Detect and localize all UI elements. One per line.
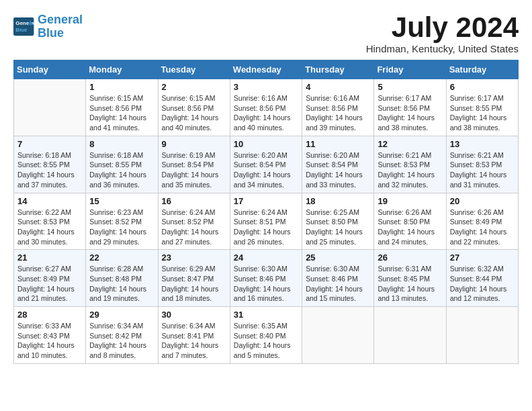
- day-info: Sunrise: 6:30 AMSunset: 8:46 PMDaylight:…: [306, 264, 370, 304]
- day-info: Sunrise: 6:31 AMSunset: 8:45 PMDaylight:…: [378, 264, 442, 304]
- calendar-day-cell: [446, 307, 518, 364]
- weekday-header: Friday: [374, 60, 446, 79]
- calendar-day-cell: 18Sunrise: 6:25 AMSunset: 8:50 PMDayligh…: [302, 193, 374, 250]
- calendar-day-cell: 10Sunrise: 6:20 AMSunset: 8:54 PMDayligh…: [230, 136, 302, 193]
- day-number: 23: [162, 253, 226, 263]
- day-number: 19: [378, 196, 442, 206]
- logo: General Blue General Blue: [13, 13, 83, 40]
- day-info: Sunrise: 6:30 AMSunset: 8:46 PMDaylight:…: [234, 264, 298, 304]
- day-number: 6: [450, 82, 515, 92]
- calendar-week-row: 21Sunrise: 6:27 AMSunset: 8:49 PMDayligh…: [14, 250, 519, 307]
- calendar-day-cell: 19Sunrise: 6:26 AMSunset: 8:50 PMDayligh…: [374, 193, 446, 250]
- calendar-day-cell: 1Sunrise: 6:15 AMSunset: 8:56 PMDaylight…: [86, 79, 158, 136]
- calendar-day-cell: 26Sunrise: 6:31 AMSunset: 8:45 PMDayligh…: [374, 250, 446, 307]
- day-number: 28: [17, 310, 82, 320]
- day-number: 24: [234, 253, 298, 263]
- weekday-header: Wednesday: [230, 60, 302, 79]
- weekday-header: Sunday: [14, 60, 86, 79]
- day-number: 7: [17, 139, 82, 149]
- day-info: Sunrise: 6:34 AMSunset: 8:42 PMDaylight:…: [89, 321, 154, 361]
- day-info: Sunrise: 6:19 AMSunset: 8:54 PMDaylight:…: [162, 150, 226, 190]
- day-number: 3: [234, 82, 298, 92]
- svg-text:Blue: Blue: [15, 27, 28, 33]
- calendar-day-cell: 27Sunrise: 6:32 AMSunset: 8:44 PMDayligh…: [446, 250, 518, 307]
- day-info: Sunrise: 6:21 AMSunset: 8:53 PMDaylight:…: [450, 150, 515, 190]
- calendar-day-cell: 25Sunrise: 6:30 AMSunset: 8:46 PMDayligh…: [302, 250, 374, 307]
- calendar-day-cell: 4Sunrise: 6:16 AMSunset: 8:56 PMDaylight…: [302, 79, 374, 136]
- day-info: Sunrise: 6:25 AMSunset: 8:50 PMDaylight:…: [306, 208, 370, 247]
- day-info: Sunrise: 6:34 AMSunset: 8:41 PMDaylight:…: [162, 321, 226, 361]
- calendar-day-cell: 31Sunrise: 6:35 AMSunset: 8:40 PMDayligh…: [230, 307, 302, 364]
- calendar-week-row: 7Sunrise: 6:18 AMSunset: 8:55 PMDaylight…: [14, 136, 519, 193]
- day-number: 25: [306, 253, 370, 263]
- day-number: 4: [306, 82, 370, 92]
- day-number: 13: [450, 139, 515, 149]
- calendar-day-cell: 15Sunrise: 6:23 AMSunset: 8:52 PMDayligh…: [86, 193, 158, 250]
- day-info: Sunrise: 6:26 AMSunset: 8:50 PMDaylight:…: [378, 208, 442, 247]
- day-number: 31: [234, 310, 298, 320]
- weekday-header: Tuesday: [158, 60, 230, 79]
- calendar-day-cell: [14, 79, 86, 136]
- day-info: Sunrise: 6:29 AMSunset: 8:47 PMDaylight:…: [162, 264, 226, 304]
- calendar-day-cell: 28Sunrise: 6:33 AMSunset: 8:43 PMDayligh…: [14, 307, 86, 364]
- day-number: 14: [17, 196, 82, 206]
- day-number: 1: [89, 82, 154, 92]
- day-number: 8: [89, 139, 154, 149]
- calendar-day-cell: 6Sunrise: 6:17 AMSunset: 8:55 PMDaylight…: [446, 79, 518, 136]
- day-info: Sunrise: 6:22 AMSunset: 8:53 PMDaylight:…: [17, 208, 82, 247]
- day-info: Sunrise: 6:24 AMSunset: 8:51 PMDaylight:…: [234, 208, 298, 247]
- calendar-day-cell: 11Sunrise: 6:20 AMSunset: 8:54 PMDayligh…: [302, 136, 374, 193]
- calendar-day-cell: 24Sunrise: 6:30 AMSunset: 8:46 PMDayligh…: [230, 250, 302, 307]
- day-info: Sunrise: 6:21 AMSunset: 8:53 PMDaylight:…: [378, 150, 442, 190]
- day-number: 20: [450, 196, 515, 206]
- calendar-day-cell: 23Sunrise: 6:29 AMSunset: 8:47 PMDayligh…: [158, 250, 230, 307]
- day-info: Sunrise: 6:24 AMSunset: 8:52 PMDaylight:…: [162, 208, 226, 247]
- day-info: Sunrise: 6:16 AMSunset: 8:56 PMDaylight:…: [234, 93, 298, 133]
- weekday-header: Monday: [86, 60, 158, 79]
- calendar-day-cell: 7Sunrise: 6:18 AMSunset: 8:55 PMDaylight…: [14, 136, 86, 193]
- calendar-table: SundayMondayTuesdayWednesdayThursdayFrid…: [13, 60, 519, 364]
- calendar-day-cell: 29Sunrise: 6:34 AMSunset: 8:42 PMDayligh…: [86, 307, 158, 364]
- calendar-day-cell: 17Sunrise: 6:24 AMSunset: 8:51 PMDayligh…: [230, 193, 302, 250]
- calendar-day-cell: 30Sunrise: 6:34 AMSunset: 8:41 PMDayligh…: [158, 307, 230, 364]
- page-header: General Blue General Blue July 2024 Hind…: [13, 13, 519, 54]
- day-number: 26: [378, 253, 442, 263]
- day-info: Sunrise: 6:17 AMSunset: 8:55 PMDaylight:…: [450, 93, 515, 133]
- weekday-header: Thursday: [302, 60, 374, 79]
- day-number: 29: [89, 310, 154, 320]
- day-number: 9: [162, 139, 226, 149]
- day-info: Sunrise: 6:32 AMSunset: 8:44 PMDaylight:…: [450, 264, 515, 304]
- calendar-week-row: 14Sunrise: 6:22 AMSunset: 8:53 PMDayligh…: [14, 193, 519, 250]
- day-number: 18: [306, 196, 370, 206]
- calendar-day-cell: 2Sunrise: 6:15 AMSunset: 8:56 PMDaylight…: [158, 79, 230, 136]
- day-number: 2: [162, 82, 226, 92]
- day-number: 27: [450, 253, 515, 263]
- day-number: 15: [89, 196, 154, 206]
- calendar-day-cell: 20Sunrise: 6:26 AMSunset: 8:49 PMDayligh…: [446, 193, 518, 250]
- day-info: Sunrise: 6:26 AMSunset: 8:49 PMDaylight:…: [450, 208, 515, 247]
- calendar-day-cell: 14Sunrise: 6:22 AMSunset: 8:53 PMDayligh…: [14, 193, 86, 250]
- calendar-week-row: 1Sunrise: 6:15 AMSunset: 8:56 PMDaylight…: [14, 79, 519, 136]
- day-info: Sunrise: 6:35 AMSunset: 8:40 PMDaylight:…: [234, 321, 298, 361]
- day-info: Sunrise: 6:27 AMSunset: 8:49 PMDaylight:…: [17, 264, 82, 304]
- calendar-day-cell: 3Sunrise: 6:16 AMSunset: 8:56 PMDaylight…: [230, 79, 302, 136]
- day-number: 21: [17, 253, 82, 263]
- title-block: July 2024 Hindman, Kentucky, United Stat…: [366, 13, 519, 54]
- day-info: Sunrise: 6:15 AMSunset: 8:56 PMDaylight:…: [162, 93, 226, 133]
- calendar-day-cell: 8Sunrise: 6:18 AMSunset: 8:55 PMDaylight…: [86, 136, 158, 193]
- day-info: Sunrise: 6:23 AMSunset: 8:52 PMDaylight:…: [89, 208, 154, 247]
- day-info: Sunrise: 6:17 AMSunset: 8:56 PMDaylight:…: [378, 93, 442, 133]
- day-number: 5: [378, 82, 442, 92]
- calendar-day-cell: 16Sunrise: 6:24 AMSunset: 8:52 PMDayligh…: [158, 193, 230, 250]
- month-title: July 2024: [366, 13, 519, 42]
- day-number: 30: [162, 310, 226, 320]
- logo-line1: General: [38, 13, 83, 26]
- day-info: Sunrise: 6:28 AMSunset: 8:48 PMDaylight:…: [89, 264, 154, 304]
- calendar-day-cell: 22Sunrise: 6:28 AMSunset: 8:48 PMDayligh…: [86, 250, 158, 307]
- day-info: Sunrise: 6:20 AMSunset: 8:54 PMDaylight:…: [306, 150, 370, 190]
- calendar-day-cell: 21Sunrise: 6:27 AMSunset: 8:49 PMDayligh…: [14, 250, 86, 307]
- calendar-day-cell: [374, 307, 446, 364]
- day-number: 16: [162, 196, 226, 206]
- day-info: Sunrise: 6:18 AMSunset: 8:55 PMDaylight:…: [17, 150, 82, 190]
- day-number: 22: [89, 253, 154, 263]
